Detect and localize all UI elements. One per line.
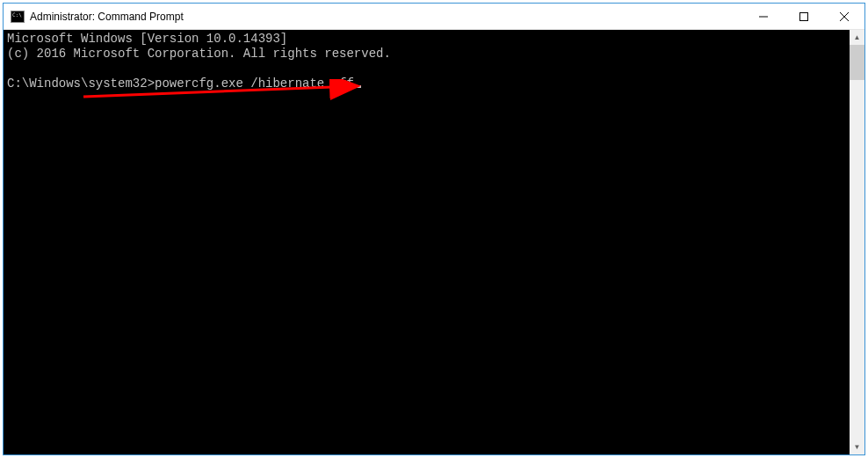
minimize-button[interactable] — [743, 4, 784, 29]
svg-rect-1 — [800, 12, 808, 20]
arrow-up-icon: ▲ — [854, 34, 861, 41]
scroll-down-button[interactable]: ▼ — [850, 440, 864, 454]
window-title: Administrator: Command Prompt — [30, 11, 743, 23]
terminal-output[interactable]: Microsoft Windows [Version 10.0.14393] (… — [4, 30, 850, 454]
close-button[interactable] — [824, 4, 864, 29]
window-controls — [743, 4, 864, 29]
copyright-line: (c) 2016 Microsoft Corporation. All righ… — [7, 47, 391, 61]
prompt-text: C:\Windows\system32> — [7, 76, 155, 91]
maximize-icon — [799, 12, 808, 21]
text-cursor — [354, 85, 361, 88]
minimize-icon — [759, 12, 768, 21]
command-text: powercfg.exe /hibernate off — [155, 76, 354, 91]
scroll-up-button[interactable]: ▲ — [850, 30, 864, 45]
content-area: Microsoft Windows [Version 10.0.14393] (… — [4, 30, 864, 454]
cmd-icon — [11, 11, 25, 23]
maximize-button[interactable] — [784, 4, 824, 29]
arrow-down-icon: ▼ — [854, 444, 861, 451]
vertical-scrollbar[interactable]: ▲ ▼ — [850, 30, 864, 454]
titlebar[interactable]: Administrator: Command Prompt — [4, 4, 864, 30]
version-line: Microsoft Windows [Version 10.0.14393] — [7, 32, 287, 46]
close-icon — [840, 12, 849, 21]
command-prompt-window: Administrator: Command Prompt Microsoft … — [3, 3, 865, 455]
scroll-thumb[interactable] — [850, 45, 864, 80]
